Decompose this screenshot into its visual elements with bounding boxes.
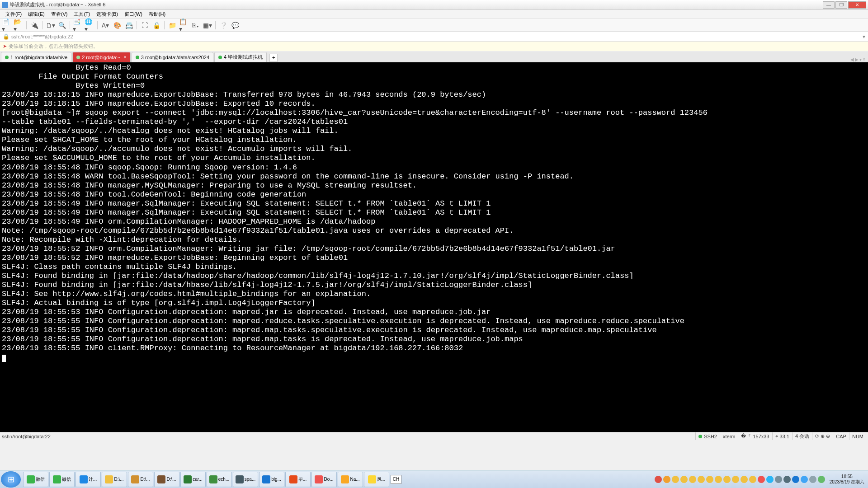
window-title: 毕设测试虚拟机 - root@bigdata:~ - Xshell 6 xyxy=(10,1,823,8)
menu-window[interactable]: 窗口(W) xyxy=(122,10,145,19)
tray-icon[interactable] xyxy=(672,476,679,483)
status-size: �『 157x33 xyxy=(738,432,772,440)
tray-icon[interactable] xyxy=(783,476,791,483)
transfer-button[interactable]: 📁 xyxy=(167,20,177,30)
taskbar-item[interactable]: spa... xyxy=(233,472,258,487)
tray-icon[interactable] xyxy=(680,476,688,483)
taskbar-item[interactable]: D:\... xyxy=(102,472,127,487)
reconnect-button[interactable]: 🔌 xyxy=(29,20,39,30)
ime-indicator[interactable]: CH xyxy=(391,475,401,484)
tab-prev-icon[interactable]: ◀ xyxy=(850,57,854,62)
start-button[interactable]: ⊞ xyxy=(1,471,21,488)
taskbar-item[interactable]: 毕... xyxy=(285,472,311,487)
address-text: ssh://root:******@bigdata:22 xyxy=(11,34,861,39)
taskbar-item[interactable]: 风... xyxy=(364,472,389,487)
taskbar-item[interactable]: D:\... xyxy=(128,472,153,487)
tab-list-icon[interactable]: ▾ xyxy=(859,57,862,62)
terminal-output[interactable]: Bytes Read=0 File Output Format Counters… xyxy=(0,62,868,432)
tray-icon[interactable] xyxy=(698,476,705,483)
taskbar-item-label: spa... xyxy=(245,477,255,482)
status-cap: CAP xyxy=(833,432,849,440)
taskbar-item[interactable]: 计... xyxy=(75,472,101,487)
tray-icon[interactable] xyxy=(818,476,825,483)
tray-icon[interactable] xyxy=(809,476,816,483)
taskbar-item-label: Do... xyxy=(324,477,333,482)
app-icon xyxy=(2,2,8,8)
tray-icon[interactable] xyxy=(775,476,782,483)
taskbar-item-label: car... xyxy=(193,477,203,482)
status-pos: ⌖ 33,1 xyxy=(772,432,792,440)
color-button[interactable]: 🎨 xyxy=(112,20,122,30)
menu-tabs[interactable]: 选项卡(B) xyxy=(94,10,121,19)
menu-help[interactable]: 帮助(H) xyxy=(146,10,168,19)
lock-button[interactable]: 🔒 xyxy=(151,20,161,30)
xftp-button[interactable]: 📋▾ xyxy=(179,20,189,30)
pin-icon[interactable]: ➤ xyxy=(3,43,7,49)
taskbar-item[interactable]: D:\... xyxy=(154,472,179,487)
open-button[interactable]: 📂▾ xyxy=(14,20,24,30)
tray-icon[interactable] xyxy=(801,476,808,483)
dropdown-icon[interactable]: ▾ xyxy=(863,33,865,40)
app-icon xyxy=(157,475,165,483)
chat-button[interactable]: 💬 xyxy=(230,20,240,30)
app-icon xyxy=(53,475,61,483)
tab-1[interactable]: 1 root@bigdata:/data/hive xyxy=(1,52,71,62)
tab-close-all-icon[interactable]: × xyxy=(863,57,865,62)
tab-3[interactable]: 3 root@bigdata:/data/cars2024 xyxy=(132,52,213,62)
tray-icon[interactable] xyxy=(758,476,765,483)
clock-date: 2023/8/19 星期六 xyxy=(830,479,864,485)
properties-button[interactable]: 🗋▾ xyxy=(45,20,55,30)
taskbar-item[interactable]: big... xyxy=(259,472,284,487)
tray-icon[interactable] xyxy=(792,476,799,483)
taskbar-item-label: big... xyxy=(271,477,281,482)
tab-close-icon[interactable]: × xyxy=(124,55,127,60)
menu-tools[interactable]: 工具(T) xyxy=(71,10,93,19)
fullscreen-button[interactable]: ⛶ xyxy=(140,20,150,30)
system-tray xyxy=(653,476,827,483)
tray-icon[interactable] xyxy=(706,476,713,483)
maximize-button[interactable]: ❐ xyxy=(835,1,847,9)
tray-icon[interactable] xyxy=(749,476,756,483)
lock-icon: 🔒 xyxy=(3,33,9,40)
tab-label: 2 root@bigdata:~ xyxy=(82,55,120,60)
menu-file[interactable]: 文件(F) xyxy=(3,10,24,19)
paste-button[interactable]: 🌐▾ xyxy=(85,20,94,30)
font-button[interactable]: A▾ xyxy=(100,20,110,30)
search-button[interactable]: 🔍 xyxy=(57,20,67,30)
address-bar[interactable]: 🔒 ssh://root:******@bigdata:22 ▾ xyxy=(0,32,868,42)
tray-icon[interactable] xyxy=(689,476,696,483)
clock[interactable]: 18:55 2023/8/19 星期六 xyxy=(827,474,867,485)
tray-icon[interactable] xyxy=(766,476,774,483)
copy-button[interactable]: 📑▾ xyxy=(73,20,83,30)
tab-2[interactable]: 2 root@bigdata:~× xyxy=(72,52,131,62)
menu-edit[interactable]: 编辑(E) xyxy=(25,10,47,19)
taskbar-item[interactable]: 微信 xyxy=(49,472,75,487)
taskbar-item[interactable]: Do... xyxy=(311,472,337,487)
new-session-button[interactable]: 📄▾ xyxy=(2,20,12,30)
layout-button[interactable]: ▦▾ xyxy=(203,20,212,30)
taskbar-item[interactable]: car... xyxy=(180,472,206,487)
tray-icon[interactable] xyxy=(655,476,662,483)
taskbar-item[interactable]: ech... xyxy=(207,472,232,487)
minimize-button[interactable]: — xyxy=(823,1,835,9)
taskbar-item[interactable]: 微信 xyxy=(23,472,48,487)
taskbar-item[interactable]: Na... xyxy=(338,472,363,487)
highlight-button[interactable]: 📇 xyxy=(124,20,134,30)
script-button[interactable]: ⎘▾ xyxy=(191,20,201,30)
tray-icon[interactable] xyxy=(663,476,670,483)
tray-icon[interactable] xyxy=(732,476,739,483)
tab-add-button[interactable]: + xyxy=(269,54,278,62)
tab-4[interactable]: 4 毕设测试虚拟机 xyxy=(214,52,267,62)
taskbar-item-label: D:\... xyxy=(140,477,150,482)
tab-next-icon[interactable]: ▶ xyxy=(855,57,859,62)
tray-icon[interactable] xyxy=(723,476,731,483)
help-button[interactable]: ❔ xyxy=(218,20,228,30)
tray-icon[interactable] xyxy=(715,476,722,483)
window-controls: — ❐ ✕ xyxy=(823,1,866,9)
taskbar-item-label: 微信 xyxy=(62,476,71,483)
close-button[interactable]: ✕ xyxy=(848,1,866,9)
app-icon xyxy=(105,475,113,483)
menu-view[interactable]: 查看(V) xyxy=(48,10,71,19)
separator xyxy=(164,21,165,29)
tray-icon[interactable] xyxy=(741,476,748,483)
